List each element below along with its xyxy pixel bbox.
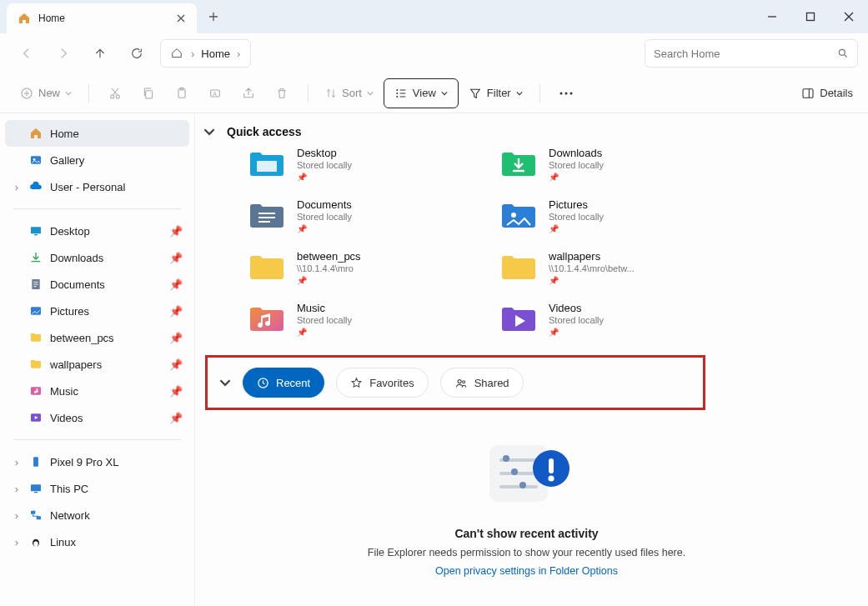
qa-sub: Stored locally (549, 212, 604, 222)
search-input[interactable] (654, 48, 830, 60)
sidebar-item-music[interactable]: Music 📌 (5, 378, 189, 404)
separator (88, 84, 89, 103)
chip-favorites[interactable]: Favorites (336, 368, 428, 398)
window-close-button[interactable] (830, 0, 868, 33)
rename-button[interactable]: A (201, 79, 229, 108)
qa-item-pictures[interactable]: PicturesStored locally📌 (500, 198, 734, 247)
up-button[interactable] (83, 38, 117, 68)
svg-rect-42 (499, 472, 538, 475)
chip-recent[interactable]: Recent (243, 368, 324, 398)
sidebar-item-this-pc[interactable]: › This PC (5, 475, 189, 502)
sidebar-item-desktop[interactable]: Desktop 📌 (5, 218, 189, 244)
search-box[interactable] (645, 39, 858, 68)
sidebar-item-gallery[interactable]: Gallery (5, 147, 189, 173)
breadcrumb[interactable]: › Home › (160, 39, 251, 68)
sidebar: Home Gallery › User - Personal Desktop 📌… (0, 113, 195, 606)
sidebar-item-network[interactable]: › Network (5, 502, 189, 528)
sidebar-item-linux[interactable]: › Linux (5, 528, 189, 555)
svg-point-11 (396, 93, 398, 94)
empty-body: File Explorer needs permission to show y… (368, 547, 685, 558)
sort-button[interactable]: Sort (320, 79, 379, 108)
cut-button[interactable] (101, 79, 129, 108)
chevron-right-icon: › (12, 483, 22, 493)
chip-shared[interactable]: Shared (440, 368, 524, 398)
documents-icon (28, 277, 43, 292)
pin-icon: 📌 (169, 305, 183, 318)
more-button[interactable] (552, 79, 580, 108)
folder-icon (28, 330, 43, 345)
svg-rect-34 (257, 161, 277, 172)
separator (13, 208, 181, 209)
empty-link[interactable]: Open privacy settings in Folder Options (435, 565, 618, 577)
share-button[interactable] (234, 79, 263, 108)
svg-point-15 (569, 92, 572, 94)
new-tab-button[interactable] (197, 0, 230, 33)
qa-item-videos[interactable]: VideosStored locally📌 (500, 302, 734, 350)
qa-name: Videos (549, 302, 604, 314)
svg-point-45 (519, 482, 526, 488)
sidebar-item-home[interactable]: Home (5, 120, 189, 147)
svg-rect-16 (803, 88, 813, 98)
phone-icon (28, 454, 43, 469)
clock-icon (257, 377, 269, 389)
qa-item-documents[interactable]: DocumentsStored locally📌 (248, 198, 482, 247)
pin-icon: 📌 (169, 278, 183, 291)
music-folder-icon (248, 302, 285, 335)
minimize-button[interactable] (753, 0, 791, 33)
paste-button[interactable] (168, 79, 196, 108)
sidebar-item-user-personal[interactable]: › User - Personal (5, 173, 189, 200)
qa-name: Music (297, 302, 352, 314)
qa-item-between-pcs[interactable]: between_pcs\\10.1.4.4\mro📌 (248, 250, 482, 298)
qa-name: Desktop (297, 147, 352, 159)
quick-access-grid: DesktopStored locally📌 DownloadsStored l… (248, 147, 853, 350)
maximize-button[interactable] (791, 0, 830, 33)
separator (539, 84, 540, 103)
sidebar-label: Home (50, 128, 79, 140)
collapse-icon[interactable] (203, 126, 215, 138)
filter-button[interactable]: Filter (464, 79, 528, 108)
details-pane-button[interactable]: Details (801, 87, 853, 100)
delete-button[interactable] (268, 79, 296, 108)
sidebar-item-downloads[interactable]: Downloads 📌 (5, 244, 189, 271)
svg-rect-20 (34, 234, 38, 235)
sidebar-label: Network (50, 509, 90, 522)
refresh-button[interactable] (120, 38, 153, 68)
sidebar-item-pixel[interactable]: › Pixel 9 Pro XL (5, 448, 189, 475)
qa-sub: Stored locally (549, 160, 604, 170)
window-tab[interactable]: Home (7, 3, 197, 33)
forward-button[interactable] (47, 38, 80, 68)
svg-point-14 (564, 92, 567, 94)
svg-point-4 (116, 95, 119, 98)
collapse-icon[interactable] (219, 377, 231, 388)
pin-icon: 📌 (297, 224, 352, 233)
home-icon (17, 11, 32, 26)
back-button[interactable] (10, 38, 43, 68)
copy-button[interactable] (134, 79, 163, 108)
chevron-right-icon: › (12, 457, 22, 467)
svg-point-38 (462, 380, 464, 383)
pin-icon: 📌 (169, 358, 183, 371)
qa-item-downloads[interactable]: DownloadsStored locally📌 (500, 147, 734, 195)
svg-rect-27 (34, 492, 38, 493)
sidebar-item-pictures[interactable]: Pictures 📌 (5, 298, 189, 324)
sidebar-item-videos[interactable]: Videos 📌 (5, 404, 189, 431)
qa-item-music[interactable]: MusicStored locally📌 (248, 302, 482, 350)
svg-point-33 (37, 541, 38, 542)
tab-close-icon[interactable] (175, 13, 187, 24)
qa-item-wallpapers[interactable]: wallpapers\\10.1.4.4\mro\betw...📌 (500, 250, 734, 298)
pin-icon: 📌 (169, 332, 183, 344)
sidebar-label: wallpapers (50, 358, 102, 371)
qa-item-desktop[interactable]: DesktopStored locally📌 (248, 147, 482, 195)
pin-icon: 📌 (297, 328, 352, 337)
svg-point-18 (33, 158, 36, 161)
sidebar-label: Documents (50, 278, 105, 291)
view-button[interactable]: View (384, 78, 459, 108)
sidebar-label: This PC (50, 483, 88, 495)
sidebar-item-between-pcs[interactable]: between_pcs 📌 (5, 324, 189, 351)
breadcrumb-item[interactable]: Home (201, 48, 230, 60)
pin-icon: 📌 (169, 225, 183, 238)
new-button[interactable]: New (15, 79, 77, 108)
sidebar-item-documents[interactable]: Documents 📌 (5, 271, 189, 298)
svg-point-31 (33, 541, 38, 547)
sidebar-item-wallpapers[interactable]: wallpapers 📌 (5, 351, 189, 378)
